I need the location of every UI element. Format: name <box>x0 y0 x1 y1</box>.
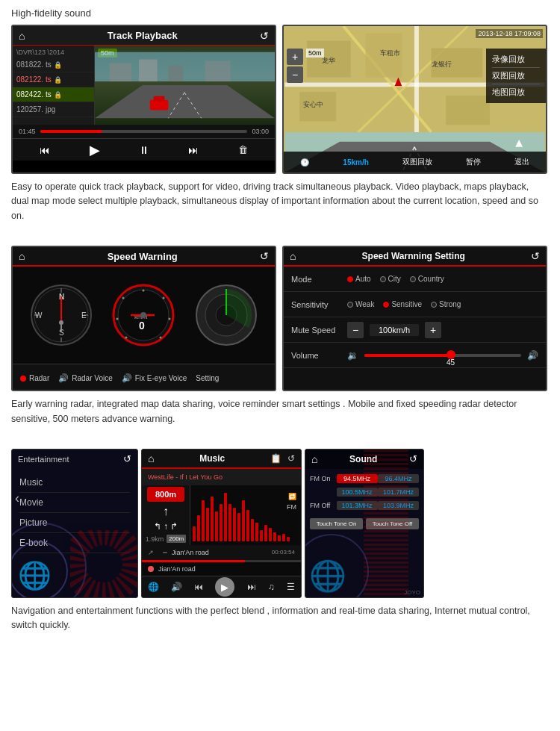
svg-rect-1 <box>110 63 132 81</box>
prev-button[interactable]: ⏮ <box>40 144 50 156</box>
setting-title: Speed Warnning Setting <box>362 251 465 261</box>
mode-auto[interactable]: Auto <box>347 275 371 283</box>
watermark: JOYO <box>404 589 420 596</box>
section1-title: High-fidelity sound <box>11 7 549 19</box>
svg-point-50 <box>116 318 119 320</box>
setting-item[interactable]: Setting <box>196 374 219 382</box>
volume-button[interactable]: 🔊 <box>171 582 182 592</box>
music-header: ⌂ Music 📋 ↺ <box>142 450 301 469</box>
sound-bg-pattern <box>349 450 423 598</box>
mode-country[interactable]: Country <box>410 275 444 283</box>
mute-speed-row: Mute Speed − 100km/h + <box>284 317 546 343</box>
play-button[interactable]: ▶ <box>90 142 100 158</box>
sensitivity-weak[interactable]: Weak <box>347 300 374 308</box>
menu-item-music[interactable]: Music <box>19 473 130 493</box>
music-note-button[interactable]: ♫ <box>268 582 275 592</box>
sensitivity-row: Sensitivity Weak Sensitive Strong <box>284 292 546 317</box>
home-icon[interactable]: ⌂ <box>290 250 296 262</box>
mute-speed-value: 100km/h <box>370 324 419 336</box>
delete-button[interactable]: 🗑 <box>238 144 248 155</box>
sensitivity-sensitive[interactable]: Sensitive <box>383 300 422 308</box>
radio-dot <box>380 276 386 282</box>
sensitivity-label: Sensitivity <box>291 300 347 309</box>
next-button[interactable]: ⏭ <box>247 582 256 592</box>
home-icon[interactable]: ⌂ <box>311 453 317 465</box>
music-header-icons: 📋 ↺ <box>270 453 295 464</box>
back-icon[interactable]: ↺ <box>287 453 295 464</box>
globe-button[interactable]: 🌐 <box>148 582 159 592</box>
back-icon[interactable]: ↺ <box>531 250 540 262</box>
home-icon[interactable]: ⌂ <box>148 452 154 464</box>
menu-item-recording[interactable]: 录像回放 <box>492 52 540 68</box>
volume-slider[interactable]: 45 <box>364 354 521 357</box>
lock-icon: 🔒 <box>54 61 62 69</box>
svg-point-49 <box>125 337 128 339</box>
zoom-out-button[interactable]: − <box>287 66 303 83</box>
mute-speed-plus-button[interactable]: + <box>425 322 441 338</box>
track-file-list: \DVR\123 \2014 081822. ts🔒 082122. ts🔒 0… <box>13 46 95 125</box>
mode-row: Mode Auto City Country <box>284 267 546 292</box>
volume-down-icon[interactable]: 🔉 <box>347 350 358 361</box>
fix-eye-voice-item[interactable]: 🔊 Fix E-eye Voice <box>122 373 187 383</box>
volume-up-icon[interactable]: 🔊 <box>527 350 538 361</box>
home-icon[interactable]: ⌂ <box>19 30 25 42</box>
map-timestamp: 2013-12-18 17:09:08 <box>476 29 543 38</box>
menu-button[interactable]: ☰ <box>287 582 295 592</box>
menu-item-movie[interactable]: Movie <box>19 493 130 513</box>
clock-icon: 🕐 <box>300 158 309 167</box>
next-button[interactable]: ⏭ <box>188 144 199 156</box>
radio-dot <box>431 302 437 308</box>
map-overlay-menu: 录像回放 双图回放 地图回放 <box>486 49 546 103</box>
track-video-area: 50m <box>95 46 275 125</box>
sound-screen: 🌐 ⌂ Sound ↺ FM On 94.5MHz 96.4MHz 100.5M… <box>305 449 424 598</box>
menu-item-map-play[interactable]: 地图回放 <box>492 84 540 100</box>
progress-bar[interactable] <box>40 130 248 133</box>
list-item[interactable]: 120257. jpg <box>13 102 94 117</box>
nav-left-icon[interactable]: ‹ <box>15 491 19 506</box>
back-icon[interactable]: ↺ <box>260 30 269 42</box>
map-zoom-buttons: + − <box>287 49 303 83</box>
play-button[interactable]: ▶ <box>215 577 234 597</box>
copy-icon[interactable]: 📋 <box>270 453 281 464</box>
speed-warning-title: Speed Warning <box>108 251 178 262</box>
pause-button[interactable]: ⏸ <box>139 144 149 156</box>
svg-point-48 <box>160 337 162 339</box>
mute-speed-minus-button[interactable]: − <box>347 322 364 338</box>
sensitivity-strong[interactable]: Strong <box>431 300 461 308</box>
volume-value: 45 <box>447 358 455 367</box>
radar-item[interactable]: Radar <box>20 374 49 382</box>
speed-setting-screen: ⌂ Speed Warnning Setting ↺ Mode Auto Cit… <box>282 246 547 391</box>
back-icon[interactable]: ↺ <box>260 250 269 262</box>
pause-btn[interactable]: 暂停 <box>466 157 481 167</box>
svg-rect-4 <box>205 61 231 82</box>
prev-button[interactable]: ⏮ <box>194 582 203 592</box>
svg-marker-5 <box>95 85 275 118</box>
speaker-icon: 🔊 <box>58 373 69 383</box>
section1-desc: Easy to operate quick track playback, su… <box>11 180 549 223</box>
back-icon[interactable]: ↺ <box>123 453 131 464</box>
svg-point-46 <box>163 297 165 299</box>
mode-city[interactable]: City <box>380 275 401 283</box>
zoom-in-button[interactable]: + <box>287 49 303 65</box>
radar-voice-item[interactable]: 🔊 Radar Voice <box>58 373 112 383</box>
road-icon: ↗ <box>148 549 154 556</box>
exit-btn[interactable]: 退出 <box>514 157 529 167</box>
list-item[interactable]: 082122. ts🔒 <box>13 72 94 87</box>
svg-point-47 <box>169 318 171 320</box>
track-title: Track Playback <box>108 30 178 41</box>
dual-view-btn[interactable]: 双图回放 <box>402 157 432 167</box>
globe-icon: 🌐 <box>18 560 52 591</box>
radio-dot <box>383 302 389 308</box>
road-name: Jian'An road <box>172 549 209 556</box>
svg-text:安心中: 安心中 <box>303 101 323 108</box>
list-item[interactable]: 082422. ts🔒 <box>13 87 94 102</box>
music-song-name: WestLife - If I Let You Go <box>148 473 223 481</box>
volume-row: Volume 🔉 45 🔊 <box>284 343 546 368</box>
list-item[interactable]: 081822. ts🔒 <box>13 57 94 72</box>
radio-dot <box>410 276 416 282</box>
map-bottom-bar: 🕐 15km/h 双图回放 暂停 退出 <box>284 152 546 172</box>
menu-item-dual[interactable]: 双图回放 <box>492 68 540 84</box>
home-icon[interactable]: ⌂ <box>19 250 25 262</box>
nav-right-turn-icon: ↱ <box>170 521 178 532</box>
lock-icon: 🔒 <box>54 91 62 99</box>
